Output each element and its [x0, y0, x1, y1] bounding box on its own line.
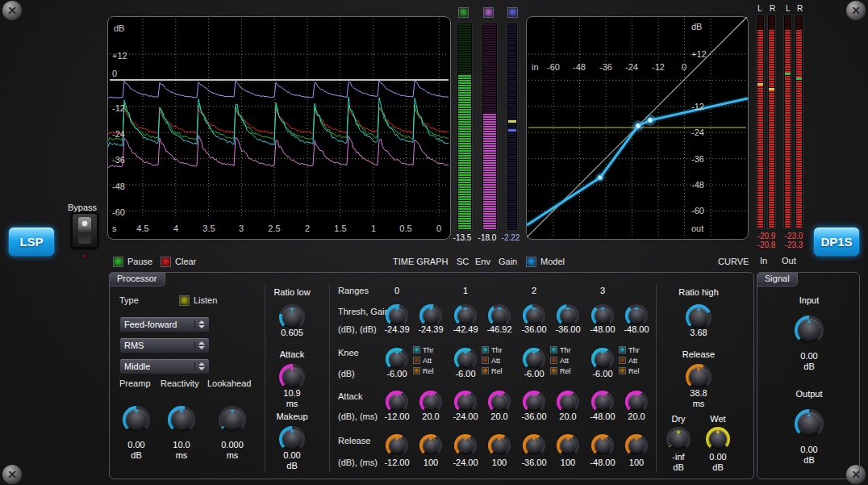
sc-mode-select[interactable]: RMS	[119, 337, 210, 353]
pause-checkbox[interactable]	[113, 257, 123, 267]
knee-thr-checkbox-0[interactable]	[413, 346, 420, 353]
output-gain-knob[interactable]	[795, 409, 824, 438]
makeup-value: 0.00 dB	[260, 450, 324, 471]
spinner-arrows-icon	[194, 362, 205, 370]
knee-att-checkbox-1[interactable]	[482, 357, 489, 364]
plugin-name-button[interactable]: DP1S	[813, 227, 860, 257]
range-header: 0	[389, 286, 405, 296]
range-release-level-knob-3[interactable]	[591, 434, 614, 457]
gain-knob-1[interactable]	[488, 304, 511, 327]
mode-select[interactable]: Feed-forward	[119, 316, 210, 332]
knee-att-checkbox-0[interactable]	[413, 357, 420, 364]
knee-att-checkbox-3[interactable]	[619, 357, 626, 364]
screw-icon: ✕	[2, 1, 22, 20]
makeup-knob[interactable]	[279, 426, 305, 452]
knee-row-label: Knee	[338, 348, 359, 358]
thresh-knob-1[interactable]	[454, 304, 477, 327]
knee-thr-label: Thr	[491, 346, 503, 354]
value-unit: ms	[213, 450, 252, 461]
knee-value-2: -6.00	[516, 369, 552, 379]
model-checkbox[interactable]	[526, 257, 536, 267]
knee-rel-label: Rel	[560, 367, 571, 375]
range-release-level-knob-2[interactable]	[523, 434, 545, 457]
knee-knob-2[interactable]	[523, 348, 545, 370]
meter-tick	[757, 83, 763, 86]
preamp-label: Preamp	[119, 378, 151, 389]
thresh-knob-2[interactable]	[523, 304, 545, 327]
ratio-low-knob[interactable]	[279, 304, 305, 330]
input-label: Input	[757, 295, 861, 306]
range-attack-time-knob-2[interactable]	[557, 391, 579, 413]
lsp-logo-button[interactable]: LSP	[8, 227, 55, 257]
reactivity-knob[interactable]	[168, 406, 195, 433]
release-row-label: Release	[338, 436, 370, 446]
range-release-time-knob-3[interactable]	[625, 434, 648, 457]
knee-thr-checkbox-2[interactable]	[550, 346, 557, 353]
knee-att-label: Att	[491, 357, 500, 365]
release-time-value-2: 100	[550, 458, 586, 468]
preamp-knob[interactable]	[123, 406, 150, 433]
lookahead-knob[interactable]	[219, 406, 246, 433]
clear-checkbox[interactable]	[161, 257, 171, 267]
curve-title: CURVE	[718, 257, 749, 267]
dry-label: Dry	[661, 414, 696, 424]
knee-thr-label: Thr	[423, 346, 434, 354]
thresh-knob-0[interactable]	[386, 304, 408, 327]
meter-fill	[785, 29, 791, 228]
meter-toggle-sc[interactable]	[458, 7, 469, 18]
range-release-time-knob-0[interactable]	[419, 434, 442, 457]
meter-toggle-env[interactable]	[483, 7, 494, 18]
sc-source-select[interactable]: Middle	[119, 358, 210, 374]
ratio-high-knob[interactable]	[686, 304, 712, 330]
value-unit: ms	[260, 399, 324, 409]
gain-knob-3[interactable]	[625, 304, 648, 327]
range-attack-level-knob-2[interactable]	[523, 391, 545, 413]
range-release-time-knob-1[interactable]	[488, 434, 511, 457]
wet-knob[interactable]	[706, 427, 730, 451]
range-release-level-knob-0[interactable]	[386, 434, 408, 457]
attack-knob[interactable]	[279, 364, 305, 390]
range-attack-time-knob-0[interactable]	[419, 391, 442, 413]
knee-thr-checkbox-3[interactable]	[619, 346, 626, 353]
attack-level-value-0: -12.00	[379, 412, 415, 422]
knee-knob-0[interactable]	[386, 348, 408, 370]
wet-value: 0.00 dB	[700, 452, 736, 473]
gain-knob-2[interactable]	[557, 304, 579, 327]
thresh-value-2: -36.00	[516, 324, 552, 335]
thresh-knob-3[interactable]	[591, 304, 614, 327]
reactivity-value: 10.0 ms	[162, 440, 201, 461]
release-time-value-3: 100	[619, 458, 654, 468]
range-attack-time-knob-3[interactable]	[625, 391, 648, 413]
dry-knob[interactable]	[666, 427, 691, 451]
thresh-value-1: -42.49	[448, 324, 483, 335]
range-attack-level-knob-1[interactable]	[454, 391, 477, 413]
bypass-switch[interactable]	[71, 212, 98, 249]
output-label: Output	[757, 389, 861, 399]
signal-group-title: Signal	[757, 272, 798, 286]
range-header: 2	[526, 286, 542, 296]
range-header: 1	[457, 286, 474, 296]
range-release-level-knob-1[interactable]	[454, 434, 477, 457]
input-gain-knob[interactable]	[795, 316, 824, 345]
release-time-value-0: 100	[413, 458, 449, 468]
knee-att-checkbox-2[interactable]	[550, 357, 557, 364]
knee-knob-1[interactable]	[454, 348, 477, 370]
attack-knob-label: Attack	[260, 349, 324, 360]
range-release-time-knob-2[interactable]	[557, 434, 579, 457]
range-attack-level-knob-0[interactable]	[386, 391, 408, 413]
release-knob[interactable]	[686, 364, 712, 390]
meter-toggle-gain[interactable]	[507, 7, 518, 18]
knee-knob-3[interactable]	[591, 348, 614, 370]
meter-fill	[483, 114, 496, 229]
value-text: 0.00	[700, 452, 736, 462]
gain-knob-0[interactable]	[419, 304, 442, 327]
value-unit: ms	[666, 399, 731, 409]
range-attack-level-knob-3[interactable]	[591, 391, 614, 413]
release-level-value-2: -36.00	[516, 458, 552, 468]
meter-fill	[796, 29, 802, 228]
release-time-value-1: 100	[482, 458, 517, 468]
listen-checkbox[interactable]	[179, 295, 190, 306]
knee-thr-checkbox-1[interactable]	[482, 346, 489, 353]
release-level-value-1: -24.00	[448, 458, 483, 468]
range-attack-time-knob-1[interactable]	[488, 391, 511, 413]
